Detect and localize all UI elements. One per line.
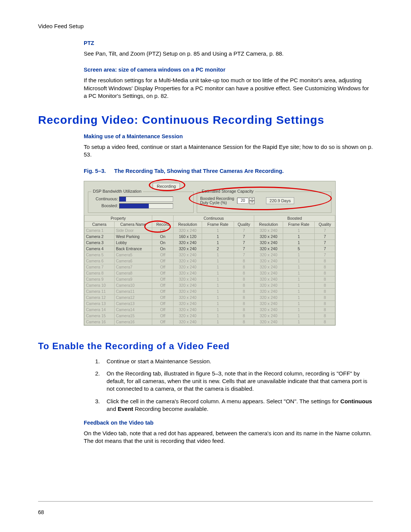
table-cell[interactable]: 1 [202,270,234,276]
table-cell[interactable]: 8 [315,294,335,300]
table-cell[interactable]: 320 x 240 [173,227,202,233]
table-cell[interactable]: 1 [283,319,314,325]
table-cell[interactable]: 8 [315,319,335,325]
table-cell[interactable]: Camera 15 [84,313,115,319]
table-cell[interactable]: Off [152,307,173,313]
table-cell[interactable]: 320 x 240 [173,282,202,288]
table-cell[interactable]: 1 [202,276,234,282]
table-cell[interactable]: 320 x 240 [173,276,202,282]
table-cell[interactable]: 7 [315,252,335,258]
table-row[interactable]: Camera 12Camera12Off320 x 24018320 x 240… [84,294,335,300]
table-cell[interactable]: 320 x 240 [254,270,283,276]
table-cell[interactable]: 8 [315,264,335,270]
table-cell[interactable]: 1 [283,233,314,240]
table-cell[interactable]: 320 x 240 [173,240,202,246]
table-cell[interactable]: 320 x 240 [173,258,202,264]
duty-cycle-input[interactable]: 20 [237,198,249,204]
table-cell[interactable]: On [152,240,173,246]
table-cell[interactable]: Camera14 [114,307,152,313]
table-cell[interactable]: 320 x 240 [254,294,283,300]
table-cell[interactable]: 5 [283,246,314,252]
table-cell[interactable]: 1 [283,264,314,270]
table-cell[interactable]: 1 [202,319,234,325]
table-cell[interactable]: Camera 4 [84,246,115,252]
table-row[interactable]: Camera 14Camera14Off320 x 24018320 x 240… [84,307,335,313]
table-cell[interactable]: 1 [202,288,234,294]
table-cell[interactable]: Camera 10 [84,282,115,288]
table-cell[interactable]: 8 [315,276,335,282]
table-cell[interactable]: 7 [234,240,254,246]
table-cell[interactable]: Off [152,282,173,288]
table-row[interactable]: Camera 10Camera10Off320 x 24018320 x 240… [84,282,335,288]
table-cell[interactable]: Off [152,252,173,258]
table-cell[interactable]: Camera10 [114,282,152,288]
table-cell[interactable]: 7 [315,246,335,252]
table-cell[interactable]: 1 [283,282,314,288]
table-cell[interactable]: 320 x 240 [173,288,202,294]
table-cell[interactable]: 1 [283,227,314,233]
table-row[interactable]: Camera 4Back EntranceOn320 x 24027320 x … [84,246,335,252]
table-row[interactable]: Camera 1Side DoorOff320 x 24017320 x 240… [84,227,335,233]
table-cell[interactable]: 320 x 240 [173,252,202,258]
table-cell[interactable]: 1 [283,258,314,264]
table-cell[interactable]: Camera 12 [84,294,115,300]
table-cell[interactable]: 1 [202,240,234,246]
table-cell[interactable]: Camera15 [114,313,152,319]
table-cell[interactable]: 320 x 240 [254,282,283,288]
table-cell[interactable]: Camera 8 [84,270,115,276]
table-cell[interactable]: Off [152,264,173,270]
table-cell[interactable]: 8 [315,270,335,276]
table-cell[interactable]: 1 [202,233,234,240]
table-cell[interactable]: 1 [283,313,314,319]
table-cell[interactable]: Camera 9 [84,276,115,282]
table-cell[interactable]: 320 x 240 [173,300,202,307]
table-cell[interactable]: On [152,246,173,252]
table-cell[interactable]: 8 [234,282,254,288]
table-cell[interactable]: 1 [202,258,234,264]
table-cell[interactable]: Camera6 [114,258,152,264]
table-cell[interactable]: 320 x 240 [254,258,283,264]
table-cell[interactable]: 8 [234,319,254,325]
table-cell[interactable]: 1 [283,270,314,276]
table-cell[interactable]: 7 [315,227,335,233]
table-cell[interactable]: 320 x 240 [173,264,202,270]
table-cell[interactable]: 320 x 240 [254,246,283,252]
table-cell[interactable]: 320 x 240 [254,288,283,294]
table-cell[interactable]: Camera 11 [84,288,115,294]
table-cell[interactable]: Camera8 [114,270,152,276]
table-cell[interactable]: 320 x 240 [254,300,283,307]
table-cell[interactable]: Off [152,227,173,233]
table-cell[interactable]: 320 x 240 [173,313,202,319]
table-cell[interactable]: 8 [234,294,254,300]
table-cell[interactable]: Camera 14 [84,307,115,313]
table-cell[interactable]: 8 [234,288,254,294]
table-cell[interactable]: Camera 3 [84,240,115,246]
table-cell[interactable]: Off [152,288,173,294]
table-cell[interactable]: Back Entrance [114,246,152,252]
table-cell[interactable]: 320 x 240 [254,227,283,233]
table-cell[interactable]: Off [152,313,173,319]
table-cell[interactable]: Lobby [114,240,152,246]
table-cell[interactable]: 8 [234,264,254,270]
table-cell[interactable]: 320 x 240 [254,264,283,270]
table-cell[interactable]: Camera5 [114,252,152,258]
table-cell[interactable]: 1 [283,288,314,294]
table-cell[interactable]: 1 [283,300,314,307]
table-cell[interactable]: 160 x 120 [173,233,202,240]
table-cell[interactable]: 8 [234,313,254,319]
table-cell[interactable]: 8 [315,258,335,264]
table-cell[interactable]: Camera11 [114,288,152,294]
table-row[interactable]: Camera 2West ParkingOn160 x 12017320 x 2… [84,233,335,240]
table-cell[interactable]: 7 [315,240,335,246]
table-cell[interactable]: 8 [315,313,335,319]
table-cell[interactable]: Side Door [114,227,152,233]
table-cell[interactable]: Camera 13 [84,300,115,307]
table-row[interactable]: Camera 13Camera13Off320 x 24018320 x 240… [84,300,335,307]
table-row[interactable]: Camera 8Camera8Off320 x 24018320 x 24018 [84,270,335,276]
table-cell[interactable]: Camera7 [114,264,152,270]
table-cell[interactable]: 320 x 240 [173,294,202,300]
table-cell[interactable]: West Parking [114,233,152,240]
table-cell[interactable]: Off [152,300,173,307]
table-cell[interactable]: 1 [202,313,234,319]
table-cell[interactable]: 7 [315,233,335,240]
